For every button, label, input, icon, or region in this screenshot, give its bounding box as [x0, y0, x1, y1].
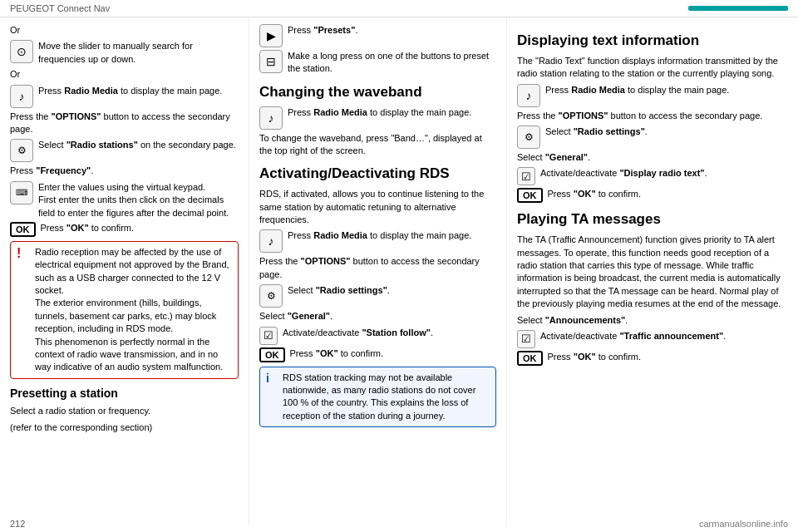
rds-heading: Activating/Deactivating RDS	[259, 164, 496, 184]
display-radio-row: ♪ Press Radio Media to display the main …	[517, 84, 788, 107]
rds-intro: RDS, if activated, allows you to continu…	[259, 188, 496, 226]
rds-radio-settings-label: Select "Radio settings".	[288, 284, 496, 297]
warning-box: ! Radio reception may be affected by the…	[10, 241, 239, 379]
station-follow-text: Activate/deactivate "Station follow".	[283, 327, 496, 339]
info-text: RDS station tracking may not be availabl…	[283, 372, 490, 423]
waveband-heading: Changing the waveband	[259, 82, 496, 102]
ta-heading: Playing TA messages	[517, 209, 788, 229]
rds-ok-text: Press "OK" to confirm.	[290, 347, 497, 360]
waveband-radio-row: ♪ Press Radio Media to display the main …	[259, 106, 496, 130]
traffic-checkbox-icon: ☑	[517, 330, 535, 348]
display-radio-text-row: ☑ Activate/deactivate "Display radio tex…	[517, 167, 788, 185]
presetting-text2: (refer to the corresponding section)	[10, 421, 239, 434]
keypad-row: ⌨ Enter the values using the virtual key…	[10, 181, 239, 219]
warning-icon: !	[17, 246, 30, 374]
ok-row: OK Press "OK" to confirm.	[10, 222, 239, 237]
announcements-label: Select "Announcements".	[517, 314, 788, 327]
presets-row: ▶ Press "Presets".	[259, 24, 496, 47]
info-icon: i	[266, 372, 278, 423]
waveband-note: To change the waveband, press "Band…", d…	[259, 132, 496, 158]
display-ok-row: OK Press "OK" to confirm.	[517, 188, 788, 203]
music-note-icon: ♪	[10, 85, 33, 108]
options-text: Press the "OPTIONS" button to access the…	[10, 111, 239, 136]
ok-text: Press "OK" to confirm.	[41, 222, 239, 234]
header: PEUGEOT Connect Nav	[0, 0, 798, 17]
rds-radio-text: Press Radio Media to display the main pa…	[288, 229, 496, 242]
rds-music-icon: ♪	[259, 229, 283, 253]
rds-ok-row: OK Press "OK" to confirm.	[259, 347, 496, 362]
presets-label: Press "Presets".	[288, 24, 496, 37]
gear-icon: ⚙	[10, 139, 33, 162]
radio-media-row: ♪ Press Radio Media to display the main …	[10, 85, 239, 108]
presetting-text1: Select a radio station or frequency.	[10, 405, 239, 417]
slider-icon: ⊙	[10, 40, 33, 63]
keypad-text: Enter the values using the virtual keypa…	[38, 181, 239, 219]
ta-ok-text: Press "OK" to confirm.	[548, 351, 789, 363]
slider-row: ⊙ Move the slider to manually search for…	[10, 40, 239, 66]
station-follow-row: ☑ Activate/deactivate "Station follow".	[259, 327, 496, 345]
ta-intro: The TA (Traffic Announcement) function g…	[517, 234, 788, 310]
info-box: i RDS station tracking may not be availa…	[259, 367, 496, 428]
ta-ok-icon: OK	[517, 351, 543, 366]
display-radio-text: Press Radio Media to display the main pa…	[545, 84, 788, 96]
presetting-heading: Presetting a station	[10, 386, 239, 402]
slider-text: Move the slider to manually search for f…	[38, 40, 239, 66]
display-radio-text-action: Activate/deactivate "Display radio text"…	[540, 167, 788, 180]
site-url: carmanualsonline.info	[699, 519, 788, 529]
preset-icon: ▶	[259, 24, 283, 47]
ta-ok-row: OK Press "OK" to confirm.	[517, 351, 788, 366]
middle-column: ▶ Press "Presets". ⊟ Make a long press o…	[249, 17, 507, 526]
rds-radio-row: ♪ Press Radio Media to display the main …	[259, 229, 496, 253]
keyboard-icon: ⌨	[10, 181, 33, 204]
display-general-label: Select "General".	[517, 151, 788, 164]
header-bar	[688, 6, 788, 11]
rds-ok-icon: OK	[259, 347, 285, 362]
display-intro: The "Radio Text" function displays infor…	[517, 55, 788, 81]
radio-stations-text: Select "Radio stations" on the secondary…	[38, 139, 239, 151]
left-column: Or ⊙ Move the slider to manually search …	[0, 17, 249, 526]
or2-text: Or	[10, 68, 239, 81]
traffic-announcement-row: ☑ Activate/deactivate "Traffic announcem…	[517, 330, 788, 348]
frequency-label: Press "Frequency".	[10, 165, 239, 177]
display-radio-settings-row: ⚙ Select "Radio settings".	[517, 126, 788, 149]
rds-options-text: Press the "OPTIONS" button to access the…	[259, 255, 496, 281]
or1-text: Or	[10, 24, 239, 37]
right-column: Displaying text information The "Radio T…	[507, 17, 798, 526]
display-radio-settings-label: Select "Radio settings".	[545, 126, 788, 138]
display-ok-text: Press "OK" to confirm.	[548, 188, 789, 200]
ok-icon: OK	[10, 222, 36, 237]
header-title: PEUGEOT Connect Nav	[10, 3, 688, 13]
rds-radio-settings-row: ⚙ Select "Radio settings".	[259, 284, 496, 308]
long-press-icon: ⊟	[259, 50, 283, 73]
display-music-icon: ♪	[517, 84, 540, 107]
waveband-radio-text: Press Radio Media to display the main pa…	[288, 106, 496, 119]
checkbox-icon: ☑	[259, 327, 278, 345]
long-press-text: Make a long press on one of the buttons …	[288, 50, 496, 76]
rds-gear-icon: ⚙	[259, 284, 283, 308]
display-options-text: Press the "OPTIONS" button to access the…	[517, 110, 788, 122]
display-heading: Displaying text information	[517, 31, 788, 51]
display-gear-icon: ⚙	[517, 126, 540, 149]
waveband-music-icon: ♪	[259, 106, 283, 130]
radio-media-text: Press Radio Media to display the main pa…	[38, 85, 239, 97]
long-press-row: ⊟ Make a long press on one of the button…	[259, 50, 496, 76]
page-number: 212	[10, 519, 25, 529]
display-checkbox-icon: ☑	[517, 167, 535, 185]
display-ok-icon: OK	[517, 188, 543, 203]
rds-general-label: Select "General".	[259, 310, 496, 323]
content-area: Or ⊙ Move the slider to manually search …	[0, 17, 798, 526]
traffic-announcement-text: Activate/deactivate "Traffic announcemen…	[540, 330, 788, 342]
radio-stations-row: ⚙ Select "Radio stations" on the seconda…	[10, 139, 239, 162]
warning-text: Radio reception may be affected by the u…	[35, 246, 232, 374]
